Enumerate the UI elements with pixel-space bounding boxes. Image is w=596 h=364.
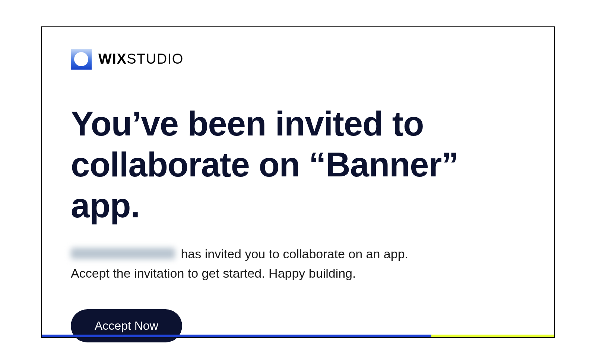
invitation-body: has invited you to collaborate on an app… xyxy=(71,244,525,283)
brand-logo: WIXSTUDIO xyxy=(71,49,525,70)
body-line2: Accept the invitation to get started. Ha… xyxy=(71,266,356,280)
accent-bar xyxy=(42,335,554,337)
invitation-card: WIXSTUDIO You’ve been invited to collabo… xyxy=(41,26,555,338)
brand-text-light: STUDIO xyxy=(127,51,184,67)
brand-text: WIXSTUDIO xyxy=(98,51,184,67)
inviter-email-redacted xyxy=(71,248,175,259)
accent-bar-blue xyxy=(42,335,431,337)
brand-text-bold: WIX xyxy=(98,51,127,67)
body-line1-suffix: has invited you to collaborate on an app… xyxy=(177,247,408,261)
wix-studio-icon xyxy=(71,49,92,70)
accent-bar-yellow xyxy=(431,335,554,337)
invitation-headline: You’ve been invited to collaborate on “B… xyxy=(71,103,525,226)
accept-now-button[interactable]: Accept Now xyxy=(71,309,182,342)
